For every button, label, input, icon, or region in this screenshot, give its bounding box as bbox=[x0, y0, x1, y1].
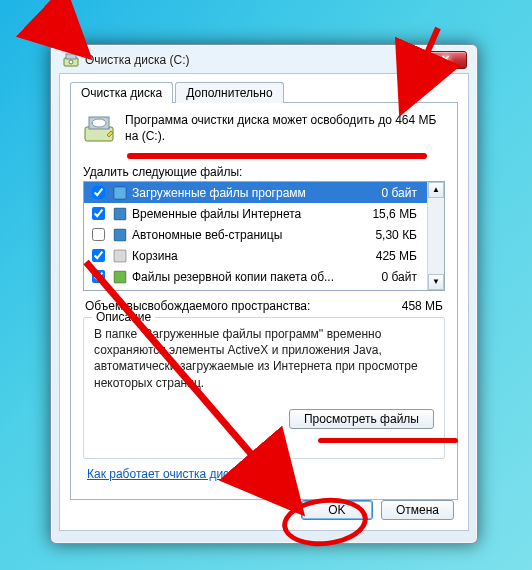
summary-text: Программа очистки диска может освободить… bbox=[125, 113, 436, 144]
svg-rect-7 bbox=[114, 208, 126, 220]
file-checkbox[interactable] bbox=[92, 249, 105, 262]
file-checkbox[interactable] bbox=[92, 228, 105, 241]
description-text: В папке ''Загруженные файлы программ'' в… bbox=[94, 326, 434, 391]
scroll-track[interactable] bbox=[428, 198, 444, 274]
description-title: Описание bbox=[92, 310, 155, 324]
tab-more-options[interactable]: Дополнительно bbox=[175, 82, 283, 103]
svg-rect-9 bbox=[114, 250, 126, 262]
scrollbar[interactable]: ▲ ▼ bbox=[427, 182, 444, 290]
file-name: Файлы резервной копии пакета об... bbox=[132, 270, 359, 284]
file-name: Корзина bbox=[132, 249, 359, 263]
tab-strip: Очистка диска Дополнительно bbox=[70, 82, 458, 103]
svg-rect-10 bbox=[114, 271, 126, 283]
file-type-icon bbox=[112, 206, 128, 222]
file-type-icon bbox=[112, 185, 128, 201]
scroll-down-button[interactable]: ▼ bbox=[428, 274, 444, 290]
file-type-icon bbox=[112, 269, 128, 285]
view-files-button[interactable]: Просмотреть файлы bbox=[289, 409, 434, 429]
file-name: Временные файлы Интернета bbox=[132, 207, 359, 221]
disk-cleanup-icon bbox=[63, 52, 79, 68]
cancel-button[interactable]: Отмена bbox=[381, 500, 454, 520]
scroll-up-button[interactable]: ▲ bbox=[428, 182, 444, 198]
files-to-delete-label: Удалить следующие файлы: bbox=[83, 165, 445, 179]
file-type-icon bbox=[112, 248, 128, 264]
summary-line2: на (C:). bbox=[125, 129, 436, 145]
annotation-underline-summary bbox=[127, 153, 427, 159]
file-list: Загруженные файлы программ0 байтВременны… bbox=[83, 181, 445, 291]
file-name: Загруженные файлы программ bbox=[132, 186, 359, 200]
file-row[interactable]: Корзина425 МБ bbox=[84, 245, 427, 266]
svg-point-2 bbox=[69, 60, 73, 64]
file-checkbox[interactable] bbox=[92, 186, 105, 199]
file-size: 0 байт bbox=[363, 186, 423, 200]
file-row[interactable]: Файлы резервной копии пакета об...0 байт bbox=[84, 266, 427, 287]
file-checkbox[interactable] bbox=[92, 270, 105, 283]
titlebar: Очистка диска (C:) ✕ bbox=[59, 51, 469, 73]
annotation-underline-viewfiles bbox=[318, 438, 458, 443]
file-row[interactable]: Временные файлы Интернета15,6 МБ bbox=[84, 203, 427, 224]
drive-icon bbox=[83, 113, 115, 145]
svg-point-5 bbox=[92, 119, 106, 127]
disk-cleanup-window: Очистка диска (C:) ✕ Очистка диска Допол… bbox=[50, 44, 478, 544]
file-row[interactable]: Автономные веб-страницы5,30 КБ bbox=[84, 224, 427, 245]
file-row[interactable]: Загруженные файлы программ0 байт bbox=[84, 182, 427, 203]
file-size: 425 МБ bbox=[363, 249, 423, 263]
summary-line1: Программа очистки диска может освободить… bbox=[125, 113, 436, 129]
svg-rect-1 bbox=[66, 54, 76, 59]
file-size: 5,30 КБ bbox=[363, 228, 423, 242]
file-name: Автономные веб-страницы bbox=[132, 228, 359, 242]
file-type-icon bbox=[112, 227, 128, 243]
file-size: 15,6 МБ bbox=[363, 207, 423, 221]
svg-rect-8 bbox=[114, 229, 126, 241]
tab-cleanup[interactable]: Очистка диска bbox=[70, 82, 173, 103]
svg-rect-6 bbox=[114, 187, 126, 199]
client-area: Очистка диска Дополнительно Программа оч… bbox=[59, 73, 469, 531]
total-value: 458 МБ bbox=[402, 299, 443, 313]
close-button[interactable]: ✕ bbox=[423, 51, 467, 69]
file-size: 0 байт bbox=[363, 270, 423, 284]
window-title: Очистка диска (C:) bbox=[85, 53, 423, 67]
file-checkbox[interactable] bbox=[92, 207, 105, 220]
how-it-works-link[interactable]: Как работает очистка диска? bbox=[87, 467, 248, 481]
